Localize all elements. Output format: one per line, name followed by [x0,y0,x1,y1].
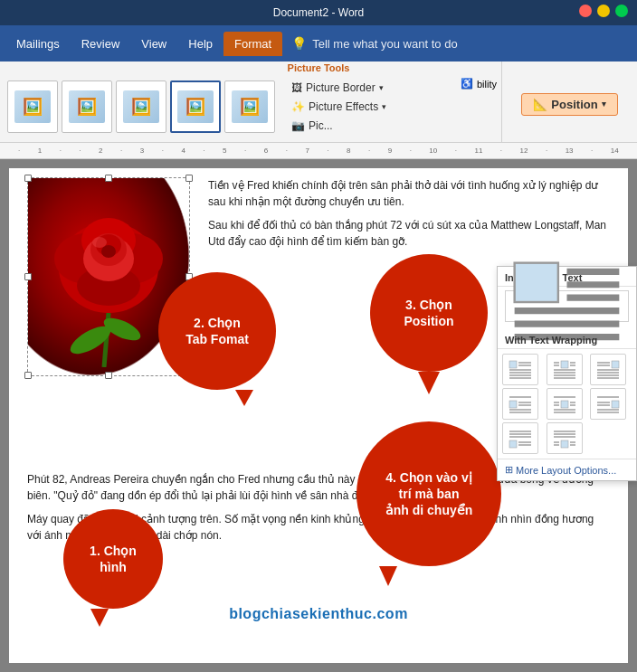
doc-text-inline: Tiền vệ Fred khiến chính đội trên sân ph… [208,177,610,250]
ribbon-image-btn-1[interactable]: 🖼️ [7,80,58,133]
inline-section [498,287,636,329]
wrap-item-5[interactable] [547,388,583,420]
paragraph-2: Sau khi để đối thủ có bàn thắng phút 72 … [208,217,610,250]
handle-bm[interactable] [105,372,112,379]
ribbon-image-btn-2[interactable]: 🖼️ [62,80,112,133]
ribbon-image-btn-4[interactable]: 🖼️ [170,80,221,133]
ribbon-image-btn-3[interactable]: 🖼️ [116,80,166,133]
wrap-item-7[interactable] [502,422,538,454]
close-button[interactable] [579,5,592,17]
callout-4[interactable]: 4. Chọn vào vị trí mà ban ảnh di chuyển [357,421,501,566]
wrap-icon-2 [552,359,577,381]
window-controls [579,5,628,17]
wrap-icon-4 [508,393,533,415]
callout-3[interactable]: 3. Chọn Position [370,254,488,372]
svg-rect-20 [509,361,517,368]
minimize-button[interactable] [597,5,610,17]
svg-rect-69 [561,440,568,448]
wrap-icon-6 [595,393,621,415]
dropdown-chevron-icon: ▾ [602,99,606,109]
picture-effects-btn[interactable]: ✨ Picture Effects ▾ [286,99,392,115]
wrap-item-6[interactable] [590,388,626,420]
handle-tm[interactable] [105,175,112,182]
wrap-item-1[interactable] [502,354,538,385]
handle-tr[interactable] [185,175,193,182]
wrap-icon-3 [595,359,621,381]
picture-border-btn[interactable]: 🖼 Picture Border ▾ [286,80,392,96]
menu-item-review[interactable]: Review [71,32,131,56]
picture-effects-icon: ✨ [291,100,305,113]
ribbon-image-btn-5[interactable]: 🖼️ [224,80,275,133]
wrap-item-4[interactable] [502,388,538,420]
image-icon-3: 🖼️ [123,90,159,123]
position-area: ♿ bility [461,71,497,90]
svg-point-11 [101,245,116,258]
maximize-button[interactable] [615,5,628,17]
wrap-icon-5 [552,393,577,415]
svg-rect-49 [561,401,568,408]
ruler: ·1··2 ·3·4· 5·6·7 ·8·9· 10·11·12 ·13·14 [0,143,637,159]
image-icon-5: 🖼️ [232,90,268,123]
image-icon-4: 🖼️ [177,90,214,123]
image-icon-1: 🖼️ [14,90,51,123]
svg-rect-43 [509,401,517,408]
pic-btn[interactable]: 📷 Pic... [286,118,392,134]
wrap-item-3[interactable] [590,354,626,385]
menu-item-mailings[interactable]: Mailings [5,32,71,56]
handle-tl[interactable] [24,175,32,182]
menu-bar: Mailings Review View Help Format 💡 Tell … [0,25,637,62]
title-bar-text: Document2 - Word [9,6,628,19]
pic-icon: 📷 [291,119,305,132]
position-button[interactable]: 📐 Position ▾ [521,93,617,116]
menu-item-view[interactable]: View [130,32,177,56]
handle-ml[interactable] [24,273,32,280]
ribbon: Picture Tools 🖼️ 🖼️ 🖼️ 🖼️ 🖼️ 🖼 Picture B… [0,62,637,143]
lightbulb-icon: 💡 [291,36,307,51]
text-wrapping-grid [498,349,636,459]
ribbon-right-buttons: 🖼 Picture Border ▾ ✨ Picture Effects ▾ 📷… [286,80,392,134]
callout-1[interactable]: 1. Chọn hình [63,509,163,609]
menu-item-format[interactable]: Format [223,32,282,56]
svg-rect-36 [612,361,619,368]
wrap-icon-7 [508,428,533,450]
paragraph-1: Tiền vệ Fred khiến chính đội trên sân ph… [208,177,610,210]
position-icon: 📐 [533,98,547,111]
ribbon-image-thumbnails: 🖼️ 🖼️ 🖼️ 🖼️ 🖼️ [7,80,275,133]
wrap-item-2[interactable] [547,354,583,385]
tell-me-box[interactable]: 💡 Tell me what you want to do [291,36,457,51]
dropdown-arrow-icon: ▾ [379,83,384,92]
title-bar: Document2 - Word [0,0,637,25]
wrap-icon-1 [508,359,533,381]
menu-item-help[interactable]: Help [177,32,223,56]
wrap-icon-8 [552,428,577,450]
handle-bl[interactable] [24,372,32,379]
svg-rect-13 [515,262,558,301]
tell-me-text: Tell me what you want to do [312,37,457,51]
svg-point-12 [92,237,107,248]
svg-rect-57 [612,401,619,408]
position-panel: 📐 Position ▾ [501,62,637,143]
wrap-item-8[interactable] [547,422,583,454]
callout-2[interactable]: 2. Chọn Tab Fomat [158,272,276,390]
svg-rect-63 [509,440,517,448]
more-layout-options-btn[interactable]: ⊞ More Layout Options... [498,459,636,480]
image-icon-2: 🖼️ [69,90,105,123]
document-area: Tiền vệ Fred khiến chính đội trên sân ph… [0,159,637,672]
dropdown-arrow-icon-2: ▾ [382,102,386,111]
inline-with-text-item[interactable] [505,290,629,322]
ruler-marks: ·1··2 ·3·4· 5·6·7 ·8·9· 10·11·12 ·13·14 [0,147,637,155]
grid-icon: ⊞ [505,464,513,476]
picture-border-icon: 🖼 [291,81,302,94]
accessibility-btn[interactable]: ♿ bility [461,78,497,90]
accessibility-icon: ♿ [461,78,473,90]
svg-rect-27 [561,361,568,368]
text-wrapping-panel: In Line with Text With Text Wrapping [497,266,637,481]
